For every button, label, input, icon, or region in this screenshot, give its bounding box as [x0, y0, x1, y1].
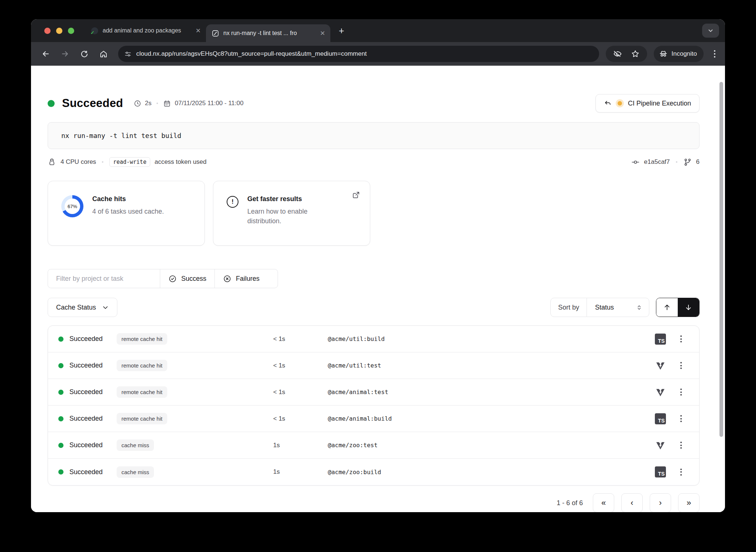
new-tab-button[interactable]: + — [334, 23, 349, 38]
row-duration: < 1s — [273, 335, 328, 343]
commit-sha[interactable]: e1a5caf7 — [644, 158, 670, 166]
nx-cloud-run-page: Succeeded 2s 07/11/2025 11:00 - 11:00 CI… — [31, 66, 725, 512]
row-duration: < 1s — [273, 362, 328, 369]
arrow-up-icon — [663, 303, 671, 311]
url-text: cloud.nx.app/runs/agsvEHsQc8?utm_source=… — [136, 50, 367, 58]
row-menu-button[interactable] — [677, 439, 685, 452]
previous-page-button[interactable]: ‹ — [621, 493, 643, 512]
cache-status-badge: remote cache hit — [117, 333, 167, 345]
sort-descending-button[interactable] — [678, 298, 699, 317]
browser-window: ✓ add animal and zoo packages ✕ nx run-m… — [31, 19, 725, 512]
table-row[interactable]: Succeeded remote cache hit < 1s @acme/ut… — [48, 326, 699, 352]
command-box: nx run-many -t lint test build — [48, 122, 700, 149]
info-exclamation-icon: ! — [227, 196, 238, 208]
first-page-button[interactable]: « — [593, 493, 614, 512]
git-branch-icon — [683, 158, 692, 166]
cache-status-badge: remote cache hit — [117, 360, 167, 371]
row-task: @acme/animal:test — [328, 389, 650, 396]
row-status-dot — [58, 469, 63, 475]
row-status: Succeeded — [69, 388, 117, 396]
last-page-button[interactable]: » — [678, 493, 700, 512]
row-status-dot — [58, 390, 63, 395]
cache-status-badge: remote cache hit — [117, 413, 167, 424]
table-row[interactable]: Succeeded remote cache hit < 1s @acme/an… — [48, 379, 699, 406]
tab-search-button[interactable] — [702, 24, 719, 38]
browser-menu-button[interactable] — [712, 48, 718, 60]
table-row[interactable]: Succeeded remote cache hit < 1s @acme/an… — [48, 406, 699, 432]
chevrons-up-down-icon — [636, 304, 642, 311]
cache-status-badge: cache miss — [117, 439, 154, 451]
row-status: Succeeded — [69, 335, 117, 343]
table-row[interactable]: Succeeded cache miss 1s @acme/zoo:build … — [48, 459, 699, 485]
run-date-range: 07/11/2025 11:00 - 11:00 — [175, 100, 243, 107]
minimize-window-button[interactable] — [56, 28, 62, 34]
close-tab-icon[interactable]: ✕ — [320, 30, 325, 37]
row-duration: < 1s — [273, 415, 328, 422]
row-menu-button[interactable] — [677, 386, 685, 399]
tab-title: nx run-many -t lint test ... fro — [223, 30, 316, 37]
cache-card-title: Cache hits — [92, 195, 164, 203]
access-token-scope: read-write — [109, 157, 150, 167]
maximize-window-button[interactable] — [68, 28, 74, 34]
home-button[interactable] — [95, 46, 111, 62]
scrollbar[interactable] — [719, 82, 723, 437]
filter-input[interactable] — [48, 269, 160, 288]
filter-failures-toggle[interactable]: Failures — [214, 269, 268, 288]
external-link-icon — [352, 191, 360, 199]
close-window-button[interactable] — [44, 28, 51, 34]
address-bar[interactable]: cloud.nx.app/runs/agsvEHsQc8?utm_source=… — [118, 46, 599, 62]
cache-status-badge: remote cache hit — [117, 386, 167, 398]
sort-select[interactable]: Status — [587, 298, 649, 317]
tab-title: add animal and zoo packages — [103, 27, 191, 34]
reload-button[interactable] — [76, 46, 92, 62]
separator-dot — [102, 161, 103, 163]
typescript-icon: TS — [655, 466, 666, 477]
sort-group: Sort by Status — [550, 298, 649, 317]
cpu-cores: 4 CPU cores — [61, 158, 96, 166]
status-dot — [48, 100, 55, 107]
row-menu-button[interactable] — [677, 359, 685, 372]
commit-icon — [631, 158, 640, 166]
cache-card-description: 4 of 6 tasks used cache. — [92, 207, 164, 216]
preview-hidden-button[interactable] — [609, 46, 626, 62]
cache-percent: 67% — [61, 195, 83, 217]
table-row[interactable]: Succeeded cache miss 1s @acme/zoo:test — [48, 432, 699, 459]
row-menu-button[interactable] — [677, 332, 685, 345]
sort-ascending-button[interactable] — [656, 298, 678, 317]
tab-nx-cloud-run[interactable]: nx run-many -t lint test ... fro ✕ — [206, 24, 330, 42]
page-title: Succeeded — [62, 97, 123, 110]
back-button[interactable] — [38, 46, 54, 62]
row-status: Succeeded — [69, 362, 117, 369]
forward-button[interactable] — [57, 46, 73, 62]
row-task: @acme/zoo:test — [328, 442, 650, 449]
sort-direction-group — [656, 298, 700, 317]
tasks-table: Succeeded remote cache hit < 1s @acme/ut… — [48, 325, 700, 486]
arrow-down-icon — [684, 303, 693, 311]
back-arrow-icon — [41, 49, 50, 58]
run-duration: 2s — [145, 100, 152, 107]
row-duration: < 1s — [273, 389, 328, 396]
home-icon — [99, 50, 108, 58]
row-status-dot — [58, 443, 63, 448]
row-menu-button[interactable] — [677, 412, 685, 425]
cache-status-dropdown[interactable]: Cache Status — [48, 298, 117, 317]
tab-pull-request[interactable]: ✓ add animal and zoo packages ✕ — [85, 19, 206, 42]
cache-status-badge: cache miss — [117, 466, 154, 478]
table-row[interactable]: Succeeded remote cache hit < 1s @acme/ut… — [48, 352, 699, 379]
next-page-button[interactable]: › — [650, 493, 671, 512]
incognito-badge: Incognito — [654, 46, 704, 62]
filter-success-toggle[interactable]: Success — [160, 269, 214, 288]
ci-pipeline-execution-button[interactable]: CI Pipeline Execution — [595, 94, 700, 113]
row-menu-button[interactable] — [677, 466, 685, 479]
tab-strip: ✓ add animal and zoo packages ✕ nx run-m… — [31, 19, 725, 42]
typescript-icon: TS — [655, 334, 666, 345]
bookmark-button[interactable] — [627, 46, 643, 62]
eye-off-icon — [613, 49, 622, 58]
reload-icon — [80, 50, 89, 58]
distribution-card-description: Learn how to enable distribution. — [247, 207, 343, 226]
row-status: Succeeded — [69, 468, 117, 476]
branch-count: 6 — [696, 158, 700, 166]
distribution-card[interactable]: ! Get faster results Learn how to enable… — [213, 181, 370, 246]
close-tab-icon[interactable]: ✕ — [196, 27, 201, 35]
distribution-card-title: Get faster results — [247, 195, 343, 203]
